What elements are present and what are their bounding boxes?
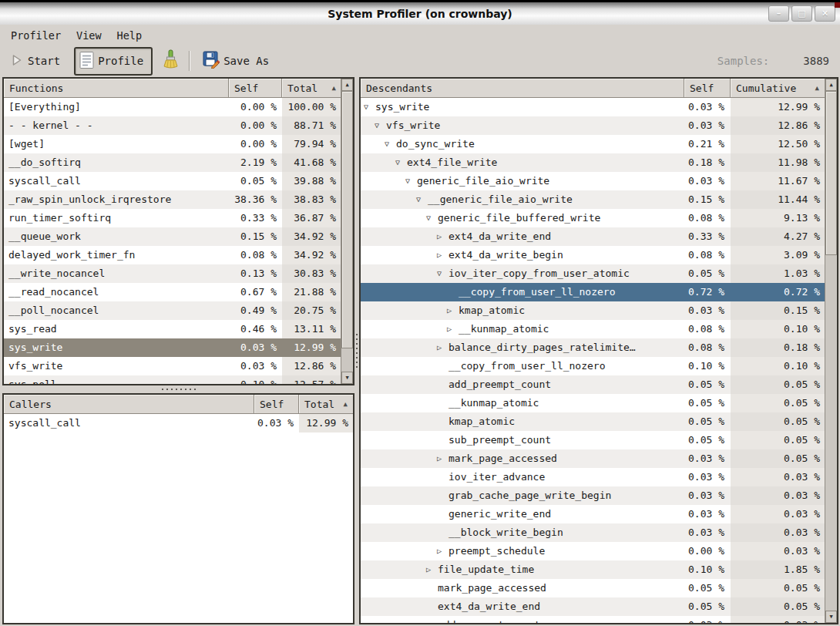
tree-row[interactable]: ▷__kunmap_atomic0.08 %0.10 % [361,320,825,338]
tree-row[interactable]: ▽iov_iter_copy_from_user_atomic0.05 %1.0… [361,264,825,283]
tree-row[interactable]: ▷kmap_atomic0.03 %0.15 % [361,301,825,320]
tree-expander-icon[interactable]: ▷ [437,246,449,264]
tree-row[interactable]: ▽do_sync_write0.21 %12.50 % [361,135,825,153]
table-row[interactable]: _raw_spin_unlock_irqrestore38.36 %38.83 … [4,190,341,209]
table-row[interactable]: delayed_work_timer_fn0.08 %34.92 % [4,246,341,264]
functions-column-header[interactable]: Functions [4,79,229,98]
tree-expander-icon[interactable]: ▽ [405,172,417,190]
self-value: 0.00 % [684,542,731,560]
tree-row[interactable]: ext4_da_write_end0.05 %0.05 % [361,597,825,616]
scroll-down-button[interactable]: ▼ [825,611,837,623]
scroll-up-button[interactable]: ▲ [341,79,353,91]
menu-profiler[interactable]: Profiler [3,26,69,45]
close-button[interactable]: ✕ [815,5,835,22]
tree-expander-icon[interactable]: ▷ [447,320,459,338]
tree-expander-icon[interactable]: ▽ [416,190,428,209]
save-as-button[interactable]: Save As [198,49,274,72]
total-column-header[interactable]: Total▲ [282,79,341,98]
reset-button[interactable] [160,49,181,73]
tree-row[interactable]: ▷ext4_da_write_begin0.08 %3.09 % [361,246,825,264]
start-button[interactable]: Start [6,52,65,70]
table-row[interactable]: __poll_nocancel0.49 %20.75 % [4,301,341,320]
tree-row[interactable]: generic_write_end0.03 %0.03 % [361,505,825,523]
self-value: 0.00 % [229,116,282,135]
table-row[interactable]: __do_softirq2.19 %41.68 % [4,153,341,172]
tree-expander-icon[interactable]: ▷ [426,560,438,579]
tree-row[interactable]: __copy_from_user_ll_nozero0.10 %0.10 % [361,357,825,375]
tree-row[interactable]: __kunmap_atomic0.05 %0.05 % [361,394,825,412]
tree-row[interactable]: ▷ext4_da_write_end0.33 %4.27 % [361,227,825,246]
tree-expander-icon[interactable]: ▽ [426,209,438,227]
scroll-down-button[interactable]: ▼ [341,372,353,384]
tree-row[interactable]: ▷mark_page_accessed0.03 %0.05 % [361,449,825,468]
cumulative-column-header[interactable]: Cumulative▲ [731,79,825,98]
tree-row[interactable]: __block_write_begin0.03 %0.03 % [361,523,825,542]
scrollbar-thumb[interactable] [825,91,837,255]
table-row[interactable]: vfs_write0.03 %12.86 % [4,357,341,375]
table-row[interactable]: __queue_work0.15 %34.92 % [4,227,341,246]
descendants-scrollbar[interactable]: ▲ ▼ [825,79,837,623]
self-column-header[interactable]: Self [254,395,299,414]
table-row[interactable]: __read_nocancel0.67 %21.88 % [4,283,341,301]
table-row[interactable]: __write_nocancel0.13 %30.83 % [4,264,341,283]
horizontal-splitter[interactable] [2,385,354,393]
tree-expander-icon[interactable]: ▷ [437,542,449,560]
menu-view[interactable]: View [69,26,109,45]
self-column-header[interactable]: Self [229,79,282,98]
tree-row[interactable]: add_preempt_count0.05 %0.05 % [361,375,825,394]
callers-column-header[interactable]: Callers [4,395,254,414]
functions-scrollbar[interactable]: ▲ ▼ [341,79,353,384]
table-row[interactable]: sys_write0.03 %12.99 % [4,338,341,357]
total-value: 41.68 % [282,153,341,172]
tree-expander-icon[interactable]: ▽ [385,135,396,153]
table-row[interactable]: [wget]0.00 %79.94 % [4,135,341,153]
tree-row[interactable]: ▽generic_file_aio_write0.03 %11.67 % [361,172,825,190]
maximize-button[interactable]: □ [791,5,812,22]
table-row[interactable]: syscall_call0.03 %12.99 % [4,414,353,432]
scrollbar-track[interactable] [825,91,837,611]
tree-expander-icon[interactable]: ▽ [395,153,407,172]
scroll-up-button[interactable]: ▲ [825,79,837,91]
tree-row[interactable]: ▽__generic_file_aio_write0.15 %11.44 % [361,190,825,209]
table-row[interactable]: [Everything]0.00 %100.00 % [4,98,341,116]
tree-expander-icon[interactable]: ▽ [364,98,375,116]
self-value: 0.03 % [229,338,282,357]
menu-help[interactable]: Help [109,26,150,45]
tree-row[interactable]: mark_page_accessed0.05 %0.05 % [361,579,825,597]
minimize-icon: – [777,8,781,19]
tree-expander-icon[interactable]: ▽ [437,264,449,283]
tree-expander-icon[interactable]: ▷ [437,338,449,357]
tree-row[interactable]: ▽ext4_file_write0.18 %11.98 % [361,153,825,172]
tree-row[interactable]: ▷preempt_schedule0.00 %0.03 % [361,542,825,560]
table-row[interactable]: sys_poll0.10 %12.57 % [4,375,341,384]
tree-row[interactable]: ▷balance_dirty_pages_ratelimite…0.08 %0.… [361,338,825,357]
tree-row[interactable]: ▷file_update_time0.10 %1.85 % [361,560,825,579]
tree-expander-icon[interactable]: ▷ [447,301,459,320]
minimize-button[interactable]: – [768,5,789,22]
table-row[interactable]: sys_read0.46 %13.11 % [4,320,341,338]
tree-row[interactable]: kmap_atomic0.05 %0.05 % [361,412,825,431]
profile-toggle-button[interactable]: Profile [74,47,153,76]
tree-expander-icon[interactable]: ▽ [375,116,386,135]
scrollbar-thumb[interactable] [341,91,353,348]
vertical-splitter[interactable] [354,77,359,624]
self-value: 0.18 % [684,153,731,172]
tree-row[interactable]: sub_preempt_count0.05 %0.05 % [361,431,825,449]
function-name: [Everything] [4,98,229,116]
scrollbar-track[interactable] [341,91,353,372]
tree-row[interactable]: ▽vfs_write0.03 %12.86 % [361,116,825,135]
tree-row[interactable]: iov_iter_advance0.03 %0.03 % [361,468,825,486]
self-column-header[interactable]: Self [684,79,731,98]
tree-expander-icon[interactable]: ▷ [437,227,449,246]
table-row[interactable]: run_timer_softirq0.33 %36.87 % [4,209,341,227]
tree-row[interactable]: __copy_from_user_ll_nozero0.72 %0.72 % [361,283,825,301]
tree-expander-icon[interactable]: ▷ [437,449,449,468]
tree-row[interactable]: ▽generic_file_buffered_write0.08 %9.13 % [361,209,825,227]
table-row[interactable]: syscall_call0.05 %39.88 % [4,172,341,190]
descendants-column-header[interactable]: Descendants [361,79,684,98]
total-column-header[interactable]: Total▲ [299,395,353,414]
table-row[interactable]: - - kernel - -0.00 %88.71 % [4,116,341,135]
tree-row[interactable]: grab_cache_page_write_begin0.03 %0.03 % [361,486,825,505]
tree-row[interactable]: add_preempt_count0.03 %0.03 % [361,616,825,623]
tree-row[interactable]: ▽sys_write0.03 %12.99 % [361,98,825,116]
